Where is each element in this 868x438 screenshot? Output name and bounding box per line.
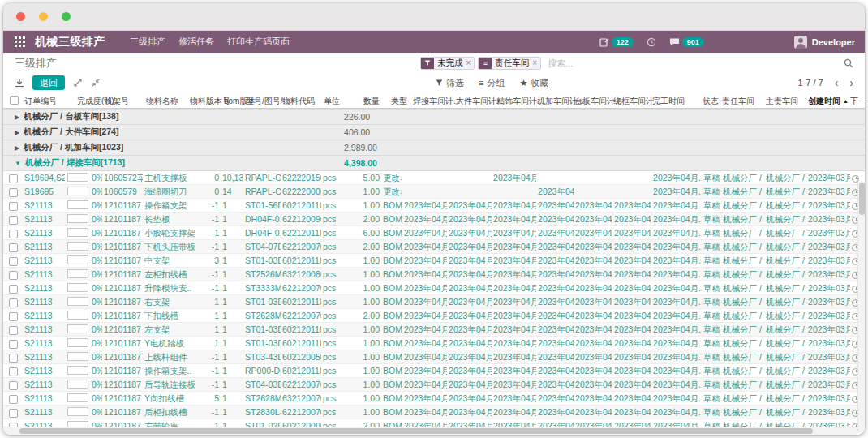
row-checkbox[interactable] — [9, 243, 18, 252]
column-header-19[interactable]: 责任车间 — [722, 96, 754, 107]
record-row[interactable]: S211130%12101187右支架11ST01-03D-1060212011… — [3, 295, 865, 309]
record-row[interactable]: S211130%12101187中支架31ST01-03D-9602120110… — [3, 254, 865, 268]
progress-input[interactable] — [67, 311, 88, 320]
record-row[interactable]: S211130%12101187下扣线槽11ST2628M-02..622120… — [3, 309, 865, 323]
close-window-button[interactable] — [16, 12, 25, 21]
vertical-scrollbar-thumb[interactable] — [859, 182, 865, 215]
progress-input[interactable] — [67, 187, 88, 195]
record-row[interactable]: S211130%12101187上线杆组件-11ST03-43D60212005… — [3, 350, 865, 364]
progress-input[interactable] — [67, 256, 88, 264]
group-row[interactable]: ▶机械分厂 / 台板车间[138]226.00 — [3, 110, 865, 125]
progress-input[interactable] — [67, 200, 88, 209]
select-all-checkbox[interactable] — [10, 96, 19, 105]
progress-input[interactable] — [67, 380, 88, 389]
row-checkbox[interactable] — [9, 395, 18, 404]
row-checkbox[interactable] — [9, 354, 18, 363]
record-row[interactable]: S211130%12101187后柜扣线槽-11ST2830L-01-..622… — [3, 406, 865, 419]
progress-input[interactable] — [67, 242, 88, 251]
record-row[interactable]: S211130%12101187后导轨连接板-11ST04-03D6221200… — [3, 378, 865, 392]
apps-menu-icon[interactable] — [15, 36, 25, 47]
group-row[interactable]: ▶机械分厂 / 机加车间[1023]2,989.00 — [3, 140, 865, 156]
progress-input[interactable] — [67, 366, 88, 375]
horizontal-scrollbar-thumb[interactable] — [19, 428, 813, 434]
record-row[interactable]: S211130%12101187操作箱支架-11ST01-56D60212011… — [3, 199, 865, 213]
user-menu[interactable]: Developer — [794, 36, 855, 49]
column-header-8[interactable]: 单位 — [324, 96, 340, 107]
row-checkbox[interactable] — [9, 340, 18, 349]
search-icon[interactable] — [844, 58, 853, 68]
export-icon[interactable] — [15, 78, 24, 88]
progress-input[interactable] — [67, 393, 88, 402]
record-row[interactable]: S211130%12101187Y电机踏板11ST01-03D-16B60212… — [3, 337, 865, 350]
row-checkbox[interactable] — [9, 312, 18, 321]
progress-input[interactable] — [67, 352, 88, 361]
vertical-scrollbar[interactable] — [857, 182, 865, 433]
row-checkbox[interactable] — [9, 367, 18, 376]
progress-input[interactable] — [67, 324, 88, 333]
minimize-window-button[interactable] — [39, 12, 48, 21]
maximize-window-button[interactable] — [62, 12, 71, 21]
search-facet-filter[interactable]: 未完成 × — [420, 57, 475, 70]
group-row[interactable]: ▶机械分厂 / 大件车间[274]406.00 — [3, 125, 865, 140]
row-checkbox[interactable] — [9, 298, 18, 307]
record-row[interactable]: S211130%12101187Y向扣线槽51ST2628M-01..63212… — [3, 392, 865, 406]
progress-input[interactable] — [67, 228, 88, 237]
row-checkbox[interactable] — [9, 326, 18, 335]
messages-button[interactable]: 901 — [669, 37, 704, 47]
record-row[interactable]: S211130%12101187操作箱支架..-11RP000-D02-..60… — [3, 364, 865, 378]
column-header-20[interactable]: 主责车间 — [766, 96, 798, 107]
column-header-21[interactable]: 创建时间▲ — [808, 96, 849, 107]
group-row[interactable]: ▼机械分厂 / 焊接车间[1713]4,398.00 — [3, 156, 865, 171]
record-row[interactable]: S211130%12101187下机头压带板-11ST04-07D6221200… — [3, 240, 865, 254]
record-row[interactable]: S211130%12101187小股轮支撑架-11DH04F-01-236221… — [3, 226, 865, 240]
horizontal-scrollbar[interactable] — [3, 427, 857, 435]
progress-input[interactable] — [67, 407, 88, 416]
record-row[interactable]: S196950%1060579海绵圈切刀014RPAPL-CFM-..62222… — [3, 185, 865, 199]
remove-facet-icon[interactable]: × — [466, 58, 475, 69]
column-header-9[interactable]: 数量 — [363, 96, 380, 107]
group-by-button[interactable]: ≡ 分组 — [479, 77, 505, 89]
pager-previous-icon[interactable]: ‹ — [835, 79, 839, 87]
progress-input[interactable] — [67, 173, 88, 182]
column-header-18[interactable]: 状态 — [703, 96, 719, 107]
row-checkbox[interactable] — [9, 188, 18, 197]
activities-button[interactable]: 122 — [599, 37, 634, 47]
nav-menu-1[interactable]: 修活任务 — [178, 36, 214, 46]
record-row[interactable]: S211130%12101187左支架11ST01-03D-8602120110… — [3, 323, 865, 337]
row-checkbox[interactable] — [9, 409, 18, 418]
search-input[interactable] — [544, 58, 840, 68]
column-header-11[interactable]: 焊接车间计... — [413, 96, 460, 107]
column-header-7[interactable]: 物料代码 — [282, 96, 315, 107]
progress-input[interactable] — [67, 269, 88, 278]
row-checkbox[interactable] — [9, 257, 18, 266]
remove-facet-icon[interactable]: × — [532, 58, 540, 69]
expand-icon[interactable] — [73, 78, 83, 88]
column-header-17[interactable]: 完工时间 — [652, 96, 685, 107]
record-row[interactable]: S19694,S20..0%1060572车..主机支撑板010,13,14RP… — [3, 171, 865, 185]
filters-button[interactable]: 筛选 — [436, 77, 464, 89]
column-header-2[interactable]: 机架号 — [105, 96, 129, 107]
return-button[interactable]: 退回 — [32, 75, 65, 90]
record-row[interactable]: S211130%12101187长垫板-11DH04F-01C-..622120… — [3, 213, 865, 226]
progress-input[interactable] — [67, 297, 88, 306]
search-facet-groupby[interactable]: ≡ 责任车间 × — [478, 57, 541, 70]
column-header-3[interactable]: 物料名称 — [146, 96, 178, 107]
progress-input[interactable] — [67, 283, 88, 292]
row-checkbox[interactable] — [9, 216, 18, 225]
progress-input[interactable] — [67, 214, 88, 223]
row-checkbox[interactable] — [9, 202, 18, 211]
column-header-10[interactable]: 类型 — [391, 96, 407, 107]
pager-next-icon[interactable]: › — [849, 79, 853, 87]
nav-menu-0[interactable]: 三级排产 — [130, 36, 165, 46]
favorites-button[interactable]: ★ 收藏 — [519, 77, 548, 89]
clock-button[interactable] — [647, 37, 656, 47]
nav-menu-2[interactable]: 打印生产码页面 — [227, 36, 290, 46]
compress-icon[interactable] — [91, 78, 101, 88]
progress-input[interactable] — [67, 338, 88, 347]
record-row[interactable]: S211130%12101187左柜扣线槽-11ST2526M-02..6321… — [3, 268, 865, 281]
row-checkbox[interactable] — [9, 271, 18, 280]
column-header-22[interactable]: 下一... — [850, 96, 865, 107]
row-checkbox[interactable] — [9, 381, 18, 390]
row-checkbox[interactable] — [9, 285, 18, 294]
column-header-0[interactable]: 订单编号 — [24, 96, 57, 107]
